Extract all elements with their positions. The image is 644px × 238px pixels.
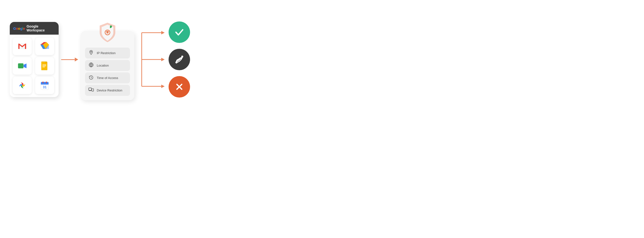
docs-svg (40, 61, 50, 71)
svg-marker-28 (161, 31, 165, 34)
globe-icon (89, 62, 94, 67)
docs-app-icon (35, 57, 54, 75)
logo-e: e (23, 26, 25, 30)
outcome-deny-circle (168, 76, 190, 98)
svg-rect-25 (92, 89, 94, 91)
route-icon (174, 54, 185, 65)
shield-svg (98, 22, 117, 43)
main-arrow-container (59, 58, 80, 61)
outcome-allow-circle (168, 21, 190, 43)
gmail-app-icon (13, 38, 32, 55)
svg-rect-9 (42, 66, 46, 66)
time-access-item: 24 Time of Access (85, 72, 130, 83)
svg-rect-13 (41, 84, 48, 85)
gw-title: Google Workspace (27, 24, 55, 32)
calendar-app-icon: 31 (35, 77, 54, 94)
main-arrow-head (75, 58, 78, 61)
ip-restriction-item: IP Restriction (85, 48, 130, 59)
svg-marker-32 (161, 85, 165, 88)
drive-app-icon (35, 38, 54, 55)
restriction-list: IP Restriction Location 24 (85, 48, 130, 96)
gw-header: Google Google Workspace (10, 22, 59, 35)
google-logo: Google (13, 26, 25, 30)
svg-text:24: 24 (89, 76, 90, 77)
svg-rect-15 (42, 81, 44, 83)
clock24-icon: 24 (88, 75, 94, 80)
cross-icon (174, 81, 185, 92)
logo-g: G (13, 26, 16, 30)
svg-point-20 (91, 51, 92, 52)
diagram: Google Google Workspace (0, 0, 322, 119)
gw-apps: 31 (10, 35, 59, 97)
logo-o2: o (18, 26, 20, 30)
svg-rect-4 (18, 63, 24, 69)
google-workspace-card: Google Google Workspace (10, 22, 59, 97)
pin-icon (89, 50, 94, 55)
svg-rect-16 (46, 81, 47, 83)
drive-svg (40, 41, 50, 51)
location-icon (88, 62, 94, 69)
location-item: Location (85, 60, 130, 71)
location-label: Location (97, 64, 109, 67)
device-icon (88, 87, 94, 92)
photos-app-icon (13, 77, 32, 94)
device-restriction-icon (88, 87, 94, 93)
branch-arrows-container (134, 18, 168, 101)
svg-rect-8 (42, 65, 46, 65)
ip-restriction-label: IP Restriction (97, 51, 116, 55)
security-card: IP Restriction Location 24 (80, 31, 134, 100)
logo-g2: g (20, 26, 22, 30)
checkmark-icon (174, 27, 185, 38)
svg-point-19 (107, 32, 108, 33)
main-arrow (61, 58, 78, 61)
gmail-svg (17, 41, 27, 51)
meet-svg (17, 61, 27, 71)
svg-rect-24 (89, 88, 92, 90)
svg-rect-10 (42, 67, 45, 67)
time-access-icon: 24 (88, 75, 94, 81)
device-restriction-item: Device Restriction (85, 85, 130, 96)
calendar-svg: 31 (40, 80, 50, 91)
ip-restriction-icon (88, 50, 94, 56)
svg-text:31: 31 (43, 85, 47, 89)
photos-svg (17, 80, 27, 91)
branch-arrows-svg (134, 18, 168, 101)
outcome-conditional-circle (168, 49, 190, 70)
svg-marker-30 (161, 58, 165, 61)
time-access-label: Time of Access (97, 76, 118, 80)
device-restriction-label: Device Restriction (97, 89, 122, 92)
logo-o1: o (16, 26, 18, 30)
main-arrow-line (61, 59, 75, 60)
shield-icon (98, 22, 117, 44)
meet-app-icon (13, 57, 32, 75)
outcomes-container (168, 21, 190, 98)
